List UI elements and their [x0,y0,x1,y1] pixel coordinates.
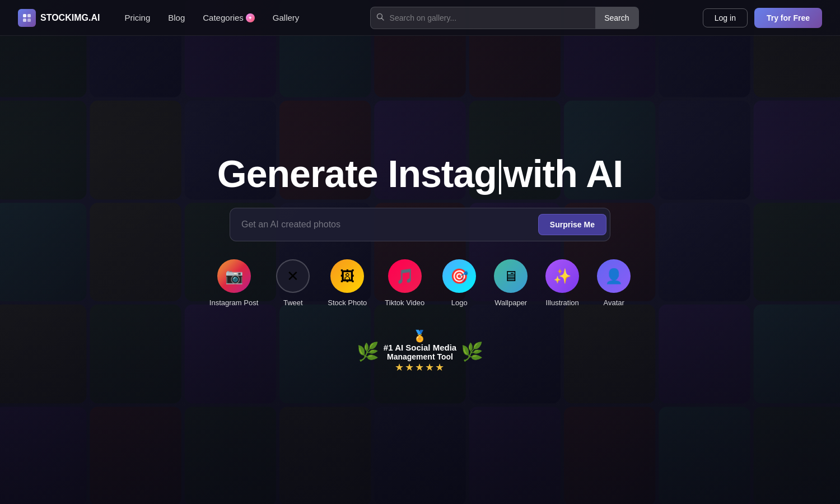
wallpaper-label: Wallpaper [494,298,527,307]
svg-rect-2 [23,18,26,22]
category-wallpaper[interactable]: 🖥Wallpaper [494,259,528,307]
category-logo[interactable]: 🎯Logo [442,259,476,307]
instagram-post-label: Instagram Post [209,298,258,307]
try-free-button[interactable]: Try for Free [754,8,822,28]
category-stock-photo[interactable]: 🖼Stock Photo [328,259,367,307]
nav-pricing[interactable]: Pricing [118,8,157,27]
logo-icon: 🎯 [442,259,476,293]
instagram-post-icon: 📷 [217,259,251,293]
categories-row: 📷Instagram Post✕Tweet🖼Stock Photo🎵Tiktok… [209,259,631,307]
svg-line-5 [381,18,384,21]
award-medal-icon: 🏅 [413,329,427,343]
navbar: STOCKIMG.AI Pricing Blog Categories ✦ Ga… [0,0,840,36]
ai-search-box: Surprise Me [230,208,610,241]
nav-links: Pricing Blog Categories ✦ Gallery [118,8,306,27]
award-wreath: 🌿 🏅 #1 AI Social Media Management Tool ★… [357,329,483,374]
stock-photo-label: Stock Photo [328,298,367,307]
wreath-right-icon: 🌿 [461,343,483,361]
surprise-me-button[interactable]: Surprise Me [538,214,606,235]
category-instagram-post[interactable]: 📷Instagram Post [209,259,258,307]
navbar-right: Log in Try for Free [703,8,822,28]
illustration-icon: ✨ [545,259,579,293]
ai-prompt-input[interactable] [241,220,538,230]
wreath-left-icon: 🌿 [357,343,379,361]
navbar-left: STOCKIMG.AI Pricing Blog Categories ✦ Ga… [18,8,306,27]
tiktok-video-label: Tiktok Video [385,298,424,307]
tweet-label: Tweet [283,298,303,307]
logo-label: Logo [451,298,468,307]
search-button[interactable]: Search [595,7,638,29]
navbar-search: Search [370,7,639,29]
illustration-label: Illustration [546,298,579,307]
search-wrapper: Search [370,7,639,29]
stock-photo-icon: 🖼 [330,259,364,293]
wallpaper-icon: 🖥 [494,259,528,293]
award-badge: 🌿 🏅 #1 AI Social Media Management Tool ★… [357,329,483,374]
nav-categories[interactable]: Categories ✦ [196,8,262,27]
tiktok-video-icon: 🎵 [388,259,422,293]
category-illustration[interactable]: ✨Illustration [545,259,579,307]
hero-content: Generate Instagwith AI Surprise Me 📷Inst… [0,0,840,504]
nav-gallery[interactable]: Gallery [266,8,306,27]
category-avatar[interactable]: 👤Avatar [597,259,631,307]
category-tiktok-video[interactable]: 🎵Tiktok Video [385,259,424,307]
logo[interactable]: STOCKIMG.AI [18,9,100,27]
hero-section: 🌿🎮🎨🌊🐱🦁🎭🏙🌟🦜🍜🚀👩🎸🌺🎭🏔💎🌊🎪🦋🤖🌅🎯🐆🌃🎆🚌🌸🎬🦅🌴👨‍⚕️🎪🔮🌠🎨… [0,0,840,504]
category-tweet[interactable]: ✕Tweet [276,259,310,307]
avatar-label: Avatar [604,298,624,307]
tweet-icon: ✕ [276,259,310,293]
text-cursor [499,160,501,194]
award-stars: ★★★★★ [395,361,445,374]
avatar-icon: 👤 [597,259,631,293]
login-button[interactable]: Log in [703,8,748,27]
svg-rect-0 [23,14,26,17]
award-text-block: 🏅 #1 AI Social Media Management Tool ★★★… [384,329,456,374]
hero-title: Generate Instagwith AI [217,153,623,195]
logo-icon [18,9,36,27]
gallery-search-input[interactable] [390,13,596,22]
nav-blog[interactable]: Blog [161,8,192,27]
svg-rect-3 [27,18,31,22]
award-subtitle: Management Tool [387,352,453,361]
categories-icon: ✦ [246,13,255,22]
award-number: #1 AI Social Media [384,343,456,352]
search-icon [371,13,390,22]
logo-text: STOCKIMG.AI [40,13,100,23]
svg-rect-1 [27,14,31,17]
